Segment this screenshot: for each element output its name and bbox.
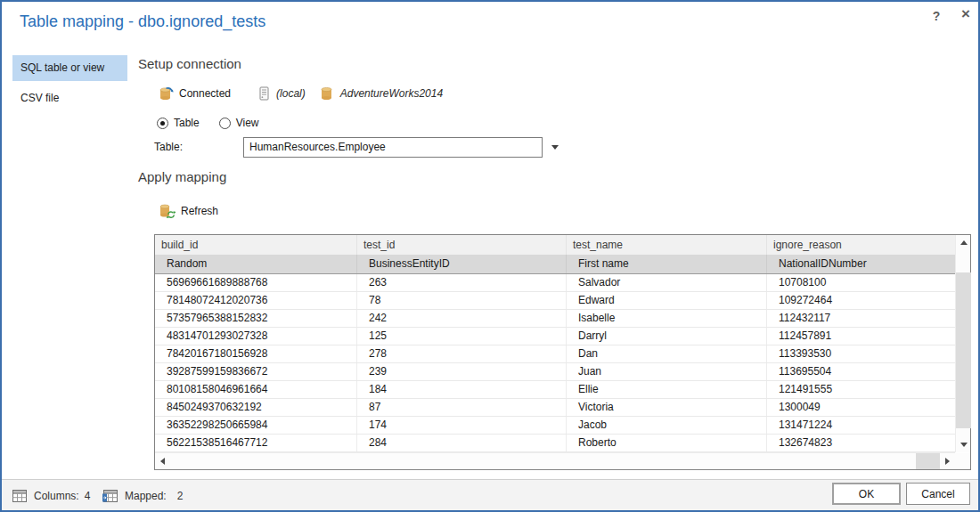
table-row[interactable]: 39287599159836672239Juan113695504 [155, 363, 955, 381]
triangle-right-icon [945, 458, 950, 465]
grid-cell: 125 [357, 328, 567, 345]
table-row[interactable]: 48314701293027328125Darryl112457891 [155, 328, 955, 345]
grid-cell: Ellie [567, 381, 767, 398]
table-field-label: Table: [154, 141, 183, 153]
sidebar-item-sql-table-or-view[interactable]: SQL table or view [12, 55, 127, 81]
vertical-scrollbar-thumb[interactable] [956, 272, 971, 428]
mapping-header[interactable]: BusinessEntityID [357, 255, 567, 273]
table-radio-button[interactable] [157, 118, 168, 129]
combobox-dropdown-button[interactable] [544, 137, 566, 158]
mapped-grid-icon [102, 490, 118, 502]
grid-cell: 132674823 [767, 435, 955, 451]
mapping-grid: build_id test_id test_name ignore_reason… [154, 234, 971, 470]
scrollbar-corner [955, 453, 970, 469]
setup-connection-heading: Setup connection [138, 56, 241, 71]
grid-cell: 112432117 [767, 310, 955, 327]
sidebar-item-label: CSV file [20, 92, 59, 104]
horizontal-scrollbar[interactable] [155, 452, 955, 469]
grid-cell: Salvador [567, 274, 767, 291]
database-name: AdventureWorks2014 [340, 87, 443, 100]
scroll-down-button[interactable] [956, 437, 971, 452]
table-row[interactable]: 56969661689888768263Salvador10708100 [155, 274, 955, 292]
grid-content: build_id test_id test_name ignore_reason… [155, 235, 955, 452]
grid-cell: 78148072412020736 [155, 292, 357, 309]
triangle-up-icon [960, 240, 968, 245]
mapped-value: 2 [177, 490, 184, 502]
mapping-header[interactable]: First name [567, 255, 767, 273]
grid-cell: Darryl [567, 328, 767, 345]
grid-cell: 39287599159836672 [155, 363, 357, 380]
view-radio-button[interactable] [219, 118, 231, 129]
sidebar-item-csv-file[interactable]: CSV file [12, 85, 127, 111]
refresh-button[interactable]: Refresh [159, 204, 218, 218]
grid-cell: 56221538516467712 [155, 435, 357, 451]
grid-cell: 109272464 [767, 292, 955, 309]
refresh-label: Refresh [181, 205, 218, 217]
grid-cell: 78 [357, 292, 567, 309]
column-header-row: build_id test_id test_name ignore_reason [155, 235, 955, 255]
refresh-database-icon [159, 204, 176, 218]
database-icon [320, 86, 333, 101]
scroll-right-button[interactable] [940, 453, 955, 469]
grid-cell: 284 [357, 435, 567, 451]
connection-status-row: Connected (local) AdventureWorks2014 [159, 86, 443, 101]
grid-cell: 239 [357, 363, 567, 380]
server-name: (local) [276, 87, 306, 100]
grid-cell: 80108158046961664 [155, 381, 357, 398]
table-row[interactable]: 78420167180156928278Dan113393530 [155, 345, 955, 363]
grid-cell: 113695504 [767, 363, 955, 380]
grid-cell: 112457891 [767, 328, 955, 345]
grid-cell: 48314701293027328 [155, 328, 357, 345]
server-icon [259, 86, 269, 101]
grid-cell: Dan [567, 345, 767, 362]
grid-cell: Edward [567, 292, 767, 309]
grid-cell: 263 [357, 274, 567, 291]
source-type-radio-group: Table View [157, 117, 278, 129]
table-row[interactable]: 36352298250665984174Jacob131471224 [155, 417, 955, 435]
grid-cell: 174 [357, 417, 567, 434]
grid-cell: 56969661689888768 [155, 274, 357, 291]
grid-cell: 78420167180156928 [155, 345, 357, 362]
mapping-header[interactable]: Random [155, 255, 357, 273]
connected-label: Connected [179, 87, 231, 100]
table-row[interactable]: 7814807241202073678Edward109272464 [155, 292, 955, 310]
table-combobox[interactable]: HumanResources.Employee [243, 137, 543, 158]
chevron-down-icon [551, 145, 559, 150]
grid-cell: Jacob [567, 417, 767, 434]
triangle-down-icon [960, 443, 968, 447]
grid-cell: Isabelle [567, 310, 767, 327]
columns-count-status: Columns: 4 [12, 480, 90, 511]
help-icon[interactable]: ? [928, 8, 944, 24]
cancel-button[interactable]: Cancel [906, 483, 970, 505]
scroll-left-button[interactable] [155, 453, 170, 469]
columns-label: Columns: [34, 490, 79, 502]
grid-cell: 87 [357, 399, 567, 416]
close-icon[interactable]: × [957, 4, 975, 24]
ok-button[interactable]: OK [832, 483, 901, 505]
table-row[interactable]: 57357965388152832242Isabelle112432117 [155, 310, 955, 328]
grid-cell: 36352298250665984 [155, 417, 357, 434]
grid-body: 56969661689888768263Salvador107081007814… [155, 274, 955, 452]
grid-cell: Victoria [567, 399, 767, 416]
mapped-label: Mapped: [125, 490, 167, 502]
scroll-up-button[interactable] [956, 235, 971, 250]
horizontal-scrollbar-thumb[interactable] [916, 453, 940, 469]
grid-cell: 278 [357, 345, 567, 362]
sidebar-item-label: SQL table or view [20, 61, 104, 74]
vertical-scrollbar[interactable] [955, 235, 970, 452]
mapping-header[interactable]: NationalIDNumber [767, 255, 955, 273]
table-row[interactable]: 56221538516467712284Roberto132674823 [155, 435, 955, 452]
grid-cell: 121491555 [767, 381, 955, 398]
column-header[interactable]: test_name [567, 235, 767, 255]
table-row[interactable]: 80108158046961664184Ellie121491555 [155, 381, 955, 399]
view-radio-label: View [236, 117, 259, 129]
column-header[interactable]: test_id [357, 235, 567, 255]
table-radio-label: Table [174, 117, 200, 129]
grid-cell: 8450249370632192 [155, 399, 357, 416]
mapping-header-row: Random BusinessEntityID First name Natio… [155, 255, 955, 274]
connected-database-icon [159, 86, 174, 101]
column-header[interactable]: ignore_reason [767, 235, 955, 255]
table-row[interactable]: 845024937063219287Victoria1300049 [155, 399, 955, 417]
column-header[interactable]: build_id [155, 235, 357, 255]
mapped-count-status: Mapped: 2 [102, 480, 183, 511]
